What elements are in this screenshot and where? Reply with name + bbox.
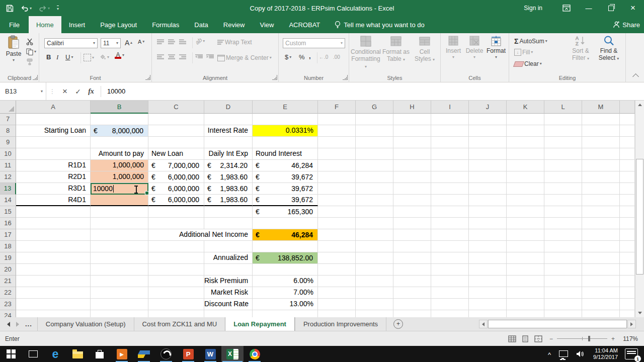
cell[interactable]: [431, 137, 469, 148]
file-explorer-taskbar-button[interactable]: [66, 346, 89, 362]
cell[interactable]: [620, 264, 635, 276]
cell[interactable]: [91, 276, 148, 287]
insert-function-button[interactable]: fx: [85, 82, 98, 100]
powerpoint-taskbar-button[interactable]: P: [177, 346, 199, 362]
cell[interactable]: [253, 218, 318, 229]
cell[interactable]: [620, 241, 635, 252]
cell[interactable]: [507, 299, 544, 310]
cell[interactable]: [582, 252, 620, 264]
format-cells-button[interactable]: Format ▾: [486, 35, 506, 59]
cell-E19[interactable]: €138,852.00: [253, 252, 318, 264]
shrink-font-button[interactable]: A▾: [138, 39, 144, 45]
cell[interactable]: [318, 218, 356, 229]
cell[interactable]: [356, 137, 393, 148]
row-header-19[interactable]: 19: [0, 252, 16, 264]
cell[interactable]: [393, 310, 431, 317]
cell[interactable]: [620, 252, 635, 264]
cell-D13[interactable]: €1,983.60: [204, 183, 253, 195]
movies-tv-taskbar-button[interactable]: ▶: [111, 346, 133, 362]
cell-B11[interactable]: 1,000,000: [91, 160, 148, 171]
decrease-decimal-button[interactable]: .00: [333, 54, 340, 60]
cell[interactable]: [148, 252, 204, 264]
cell[interactable]: [582, 287, 620, 299]
cell[interactable]: [16, 114, 91, 125]
cell[interactable]: [393, 114, 431, 125]
cell[interactable]: [507, 229, 544, 241]
font-color-button[interactable]: A ▾: [115, 52, 124, 59]
cell-B13[interactable]: 10000: [91, 183, 148, 195]
cell[interactable]: [431, 276, 469, 287]
cell[interactable]: [507, 171, 544, 183]
cell[interactable]: [582, 160, 620, 171]
cell-D8[interactable]: Interest Rate: [204, 125, 253, 137]
sheet-tab-loan-repayment[interactable]: Loan Repayment: [225, 317, 295, 331]
cell[interactable]: [582, 299, 620, 310]
copy-button[interactable]: ▾: [26, 48, 36, 55]
cell[interactable]: [469, 183, 507, 195]
cell[interactable]: [544, 183, 582, 195]
cell[interactable]: [356, 218, 393, 229]
cell[interactable]: [544, 171, 582, 183]
cell[interactable]: [318, 171, 356, 183]
cell[interactable]: [620, 276, 635, 287]
cell[interactable]: [620, 310, 635, 317]
cell[interactable]: [16, 206, 91, 218]
align-bottom-button[interactable]: [179, 39, 186, 44]
cell-B12[interactable]: 1,000,000: [91, 171, 148, 183]
row-header-21[interactable]: 21: [0, 276, 16, 287]
cell[interactable]: [507, 252, 544, 264]
save-icon[interactable]: [6, 5, 14, 12]
cell[interactable]: [148, 287, 204, 299]
tab-insert[interactable]: Insert: [61, 16, 93, 33]
collapse-ribbon-icon[interactable]: [632, 73, 639, 80]
cell[interactable]: [469, 148, 507, 160]
cell[interactable]: [393, 218, 431, 229]
cell[interactable]: [620, 229, 635, 241]
cell-C10[interactable]: New Loan: [148, 148, 204, 160]
row-header-7[interactable]: 7: [0, 114, 16, 125]
cell[interactable]: [204, 137, 253, 148]
clear-button[interactable]: Clear ▾: [514, 60, 542, 67]
cell[interactable]: [91, 264, 148, 276]
chrome-taskbar-button[interactable]: [244, 346, 266, 362]
underline-button[interactable]: U▾: [65, 53, 73, 61]
cell[interactable]: [431, 195, 469, 206]
italic-button[interactable]: I: [56, 53, 58, 61]
cell[interactable]: [318, 160, 356, 171]
cell[interactable]: [431, 252, 469, 264]
sheet-tab-company-valuation[interactable]: Company Valuation (Setup): [37, 317, 134, 331]
cell[interactable]: [318, 183, 356, 195]
column-header-K[interactable]: K: [507, 101, 544, 114]
cell[interactable]: [582, 229, 620, 241]
font-dialog-launcher[interactable]: [145, 75, 150, 80]
cell[interactable]: [253, 137, 318, 148]
tell-me-box[interactable]: Tell me what you want to do: [328, 16, 431, 33]
cell[interactable]: [393, 229, 431, 241]
cell[interactable]: [469, 218, 507, 229]
cell[interactable]: [582, 148, 620, 160]
cell[interactable]: [253, 264, 318, 276]
cell[interactable]: [204, 206, 253, 218]
align-middle-button[interactable]: [168, 39, 175, 44]
cell-E14[interactable]: €39,672: [253, 195, 318, 206]
cell[interactable]: [16, 287, 91, 299]
cell[interactable]: [507, 160, 544, 171]
cell[interactable]: [148, 310, 204, 317]
cell[interactable]: [393, 252, 431, 264]
cell[interactable]: [469, 264, 507, 276]
cell-C14[interactable]: €6,000,000: [148, 195, 204, 206]
cell[interactable]: [507, 310, 544, 317]
cell[interactable]: [544, 241, 582, 252]
more-sheets-button[interactable]: ...: [25, 320, 32, 328]
cell[interactable]: [582, 218, 620, 229]
bold-button[interactable]: B: [46, 53, 51, 61]
minimize-button[interactable]: —: [578, 0, 600, 16]
cell[interactable]: [393, 299, 431, 310]
prev-sheet-icon[interactable]: [7, 322, 10, 327]
zoom-slider[interactable]: [557, 338, 607, 339]
delete-cells-button[interactable]: Delete ▾: [465, 35, 484, 59]
cell[interactable]: [431, 218, 469, 229]
cell-C11[interactable]: €7,000,000: [148, 160, 204, 171]
restore-button[interactable]: [600, 0, 622, 16]
orientation-button[interactable]: ab▾: [195, 38, 205, 45]
